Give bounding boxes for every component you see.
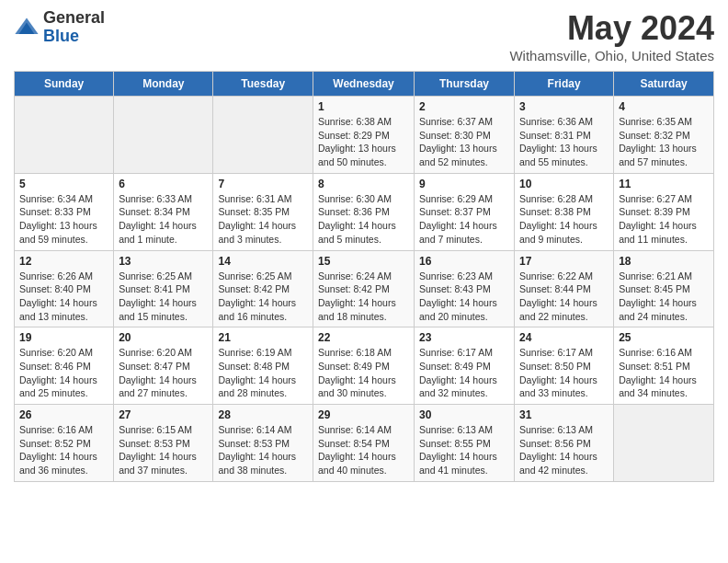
day-number: 23: [419, 331, 509, 344]
logo-text: General Blue: [43, 9, 105, 46]
day-number: 18: [619, 255, 709, 268]
col-saturday: Saturday: [614, 72, 714, 97]
day-number: 24: [519, 331, 609, 344]
day-info: Sunrise: 6:29 AMSunset: 8:37 PMDaylight:…: [419, 192, 509, 247]
day-info: Sunrise: 6:20 AMSunset: 8:46 PMDaylight:…: [19, 346, 108, 400]
page-header: General Blue May 2024 Withamsville, Ohio…: [14, 9, 714, 63]
day-number: 9: [419, 178, 509, 190]
day-number: 14: [218, 255, 308, 268]
calendar-table: Sunday Monday Tuesday Wednesday Thursday…: [14, 71, 714, 482]
day-info: Sunrise: 6:20 AMSunset: 8:47 PMDaylight:…: [119, 346, 208, 400]
col-thursday: Thursday: [415, 72, 515, 97]
header-row: Sunday Monday Tuesday Wednesday Thursday…: [15, 72, 714, 97]
day-number: 6: [119, 178, 208, 190]
calendar-cell: 7Sunrise: 6:31 AMSunset: 8:35 PMDaylight…: [213, 173, 313, 250]
calendar-cell: 5Sunrise: 6:34 AMSunset: 8:33 PMDaylight…: [15, 173, 114, 250]
day-number: 15: [318, 255, 409, 268]
calendar-cell: 31Sunrise: 6:13 AMSunset: 8:56 PMDayligh…: [515, 405, 614, 482]
day-info: Sunrise: 6:25 AMSunset: 8:41 PMDaylight:…: [119, 270, 208, 324]
calendar-week-1: 1Sunrise: 6:38 AMSunset: 8:29 PMDaylight…: [15, 97, 714, 174]
day-info: Sunrise: 6:31 AMSunset: 8:35 PMDaylight:…: [218, 192, 308, 247]
calendar-cell: 28Sunrise: 6:14 AMSunset: 8:53 PMDayligh…: [213, 405, 313, 482]
calendar-header: Sunday Monday Tuesday Wednesday Thursday…: [15, 72, 714, 97]
day-info: Sunrise: 6:18 AMSunset: 8:49 PMDaylight:…: [318, 346, 409, 400]
calendar-cell: 17Sunrise: 6:22 AMSunset: 8:44 PMDayligh…: [515, 250, 614, 327]
calendar-cell: 19Sunrise: 6:20 AMSunset: 8:46 PMDayligh…: [15, 327, 114, 405]
calendar-cell: 29Sunrise: 6:14 AMSunset: 8:54 PMDayligh…: [313, 405, 415, 482]
col-friday: Friday: [515, 72, 614, 97]
col-monday: Monday: [114, 72, 213, 97]
calendar-cell: 3Sunrise: 6:36 AMSunset: 8:31 PMDaylight…: [515, 97, 614, 174]
calendar-cell: 13Sunrise: 6:25 AMSunset: 8:41 PMDayligh…: [114, 250, 213, 327]
calendar-cell: 16Sunrise: 6:23 AMSunset: 8:43 PMDayligh…: [415, 250, 515, 327]
day-number: 31: [519, 408, 609, 421]
calendar-cell: [213, 97, 313, 174]
calendar-cell: [614, 405, 714, 482]
calendar-cell: 12Sunrise: 6:26 AMSunset: 8:40 PMDayligh…: [15, 250, 114, 327]
day-number: 27: [119, 408, 208, 421]
calendar-cell: 4Sunrise: 6:35 AMSunset: 8:32 PMDaylight…: [614, 97, 714, 174]
main-title: May 2024: [509, 9, 714, 48]
day-number: 26: [19, 408, 108, 421]
calendar-cell: 22Sunrise: 6:18 AMSunset: 8:49 PMDayligh…: [313, 327, 415, 405]
day-info: Sunrise: 6:27 AMSunset: 8:39 PMDaylight:…: [619, 192, 709, 247]
day-number: 30: [419, 408, 509, 421]
day-number: 25: [619, 331, 709, 344]
calendar-cell: 21Sunrise: 6:19 AMSunset: 8:48 PMDayligh…: [213, 327, 313, 405]
day-number: 3: [519, 100, 609, 113]
day-number: 29: [318, 408, 409, 421]
day-number: 11: [619, 178, 709, 190]
day-info: Sunrise: 6:33 AMSunset: 8:34 PMDaylight:…: [119, 192, 208, 247]
day-info: Sunrise: 6:25 AMSunset: 8:42 PMDaylight:…: [218, 270, 308, 324]
calendar-cell: 30Sunrise: 6:13 AMSunset: 8:55 PMDayligh…: [415, 405, 515, 482]
calendar-cell: 18Sunrise: 6:21 AMSunset: 8:45 PMDayligh…: [614, 250, 714, 327]
calendar-cell: 23Sunrise: 6:17 AMSunset: 8:49 PMDayligh…: [415, 327, 515, 405]
calendar-week-5: 26Sunrise: 6:16 AMSunset: 8:52 PMDayligh…: [15, 405, 714, 482]
day-number: 17: [519, 255, 609, 268]
day-number: 20: [119, 331, 208, 344]
day-info: Sunrise: 6:26 AMSunset: 8:40 PMDaylight:…: [19, 270, 108, 324]
day-number: 13: [119, 255, 208, 268]
logo: General Blue: [14, 9, 105, 46]
day-info: Sunrise: 6:16 AMSunset: 8:52 PMDaylight:…: [19, 423, 108, 477]
calendar-week-3: 12Sunrise: 6:26 AMSunset: 8:40 PMDayligh…: [15, 250, 714, 327]
day-number: 1: [318, 100, 409, 113]
day-info: Sunrise: 6:14 AMSunset: 8:53 PMDaylight:…: [218, 423, 308, 477]
day-info: Sunrise: 6:30 AMSunset: 8:36 PMDaylight:…: [318, 192, 409, 247]
calendar-cell: 14Sunrise: 6:25 AMSunset: 8:42 PMDayligh…: [213, 250, 313, 327]
calendar-cell: 20Sunrise: 6:20 AMSunset: 8:47 PMDayligh…: [114, 327, 213, 405]
day-info: Sunrise: 6:16 AMSunset: 8:51 PMDaylight:…: [619, 346, 709, 400]
logo-general-text: General: [43, 8, 105, 27]
calendar-cell: 27Sunrise: 6:15 AMSunset: 8:53 PMDayligh…: [114, 405, 213, 482]
day-number: 7: [218, 178, 308, 190]
day-info: Sunrise: 6:19 AMSunset: 8:48 PMDaylight:…: [218, 346, 308, 400]
day-info: Sunrise: 6:13 AMSunset: 8:55 PMDaylight:…: [419, 423, 509, 477]
day-number: 2: [419, 100, 509, 113]
day-number: 8: [318, 178, 409, 190]
day-info: Sunrise: 6:17 AMSunset: 8:50 PMDaylight:…: [519, 346, 609, 400]
calendar-week-2: 5Sunrise: 6:34 AMSunset: 8:33 PMDaylight…: [15, 173, 714, 250]
day-info: Sunrise: 6:34 AMSunset: 8:33 PMDaylight:…: [19, 192, 108, 247]
calendar-cell: 2Sunrise: 6:37 AMSunset: 8:30 PMDaylight…: [415, 97, 515, 174]
calendar-cell: 25Sunrise: 6:16 AMSunset: 8:51 PMDayligh…: [614, 327, 714, 405]
day-number: 22: [318, 331, 409, 344]
day-number: 19: [19, 331, 108, 344]
day-info: Sunrise: 6:38 AMSunset: 8:29 PMDaylight:…: [318, 115, 409, 169]
logo-icon: [14, 15, 40, 40]
col-wednesday: Wednesday: [313, 72, 415, 97]
day-info: Sunrise: 6:23 AMSunset: 8:43 PMDaylight:…: [419, 270, 509, 324]
calendar-cell: 24Sunrise: 6:17 AMSunset: 8:50 PMDayligh…: [515, 327, 614, 405]
day-info: Sunrise: 6:22 AMSunset: 8:44 PMDaylight:…: [519, 270, 609, 324]
col-tuesday: Tuesday: [213, 72, 313, 97]
day-number: 21: [218, 331, 308, 344]
calendar-cell: 1Sunrise: 6:38 AMSunset: 8:29 PMDaylight…: [313, 97, 415, 174]
title-section: May 2024 Withamsville, Ohio, United Stat…: [509, 9, 714, 63]
day-info: Sunrise: 6:17 AMSunset: 8:49 PMDaylight:…: [419, 346, 509, 400]
day-info: Sunrise: 6:28 AMSunset: 8:38 PMDaylight:…: [519, 192, 609, 247]
subtitle: Withamsville, Ohio, United States: [509, 48, 714, 63]
day-info: Sunrise: 6:13 AMSunset: 8:56 PMDaylight:…: [519, 423, 609, 477]
day-info: Sunrise: 6:24 AMSunset: 8:42 PMDaylight:…: [318, 270, 409, 324]
col-sunday: Sunday: [15, 72, 114, 97]
calendar-cell: 26Sunrise: 6:16 AMSunset: 8:52 PMDayligh…: [15, 405, 114, 482]
calendar-week-4: 19Sunrise: 6:20 AMSunset: 8:46 PMDayligh…: [15, 327, 714, 405]
